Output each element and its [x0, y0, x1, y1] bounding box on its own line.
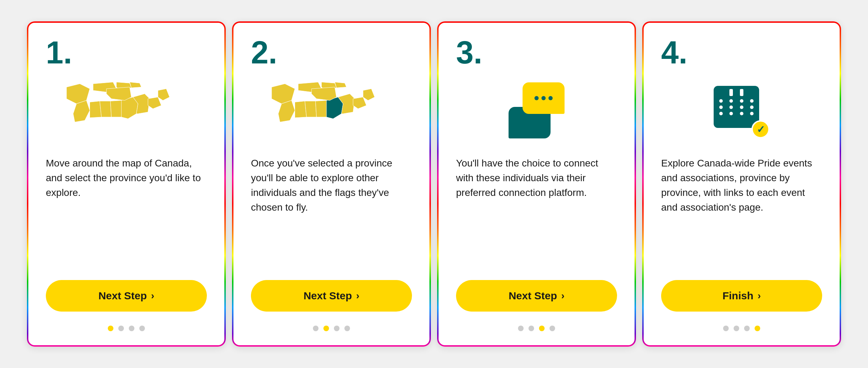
card-1: 1.: [28, 23, 224, 345]
dots-1: [108, 326, 145, 331]
card-3: 3. You'll have the choice to connect wit…: [439, 23, 635, 345]
card-number-4: 4.: [661, 37, 687, 68]
svg-marker-17: [315, 101, 328, 117]
card-image-3: [456, 75, 617, 145]
chevron-icon-2: ›: [356, 290, 359, 301]
card-wrapper-3: 3. You'll have the choice to connect wit…: [437, 21, 636, 347]
chevron-icon-1: ›: [151, 290, 154, 301]
card-image-2: [251, 75, 412, 145]
chat-dot-2: [541, 96, 546, 100]
card-number-3: 3.: [456, 37, 482, 68]
canada-map-all-icon: [60, 79, 193, 142]
svg-marker-4: [110, 101, 123, 117]
dot-2-2: [323, 326, 329, 331]
card-image-4: ✓: [661, 75, 822, 145]
dot-1-4: [139, 326, 145, 331]
card-number-2: 2.: [251, 37, 277, 68]
svg-marker-20: [353, 97, 366, 109]
card-number-1: 1.: [46, 37, 72, 68]
card-4: 4.: [644, 23, 840, 345]
calendar-header: [716, 89, 756, 96]
dots-3: [518, 326, 555, 331]
calendar-body: [714, 86, 759, 128]
svg-marker-1: [73, 101, 90, 122]
card-description-2: Once you've selected a province you'll b…: [251, 156, 412, 270]
next-step-label-3: Next Step: [509, 290, 557, 302]
calendar-icon: ✓: [714, 82, 770, 138]
cards-container: 1.: [27, 21, 841, 347]
dot-1-1: [108, 326, 113, 331]
svg-marker-15: [295, 101, 307, 118]
svg-marker-12: [106, 87, 131, 101]
dots-4: [723, 326, 760, 331]
svg-marker-25: [312, 87, 336, 101]
calendar-grid: [716, 98, 756, 116]
dot-2-3: [334, 326, 340, 331]
next-step-label-2: Next Step: [303, 290, 352, 302]
dot-4-1: [723, 326, 729, 331]
card-wrapper-1: 1.: [27, 21, 226, 347]
chat-bubble-front: [523, 82, 565, 114]
dot-3-2: [528, 326, 534, 331]
card-image-1: [46, 75, 207, 145]
next-step-button-3[interactable]: Next Step ›: [456, 280, 617, 312]
next-step-button-2[interactable]: Next Step ›: [251, 280, 412, 312]
canada-map-selected-icon: [265, 79, 398, 142]
chat-dot-1: [534, 96, 539, 100]
svg-marker-24: [335, 82, 346, 88]
svg-marker-8: [158, 89, 169, 100]
svg-marker-7: [148, 97, 161, 109]
dot-1-3: [129, 326, 134, 331]
dot-3-4: [550, 326, 555, 331]
card-description-4: Explore Canada-wide Pride events and ass…: [661, 156, 822, 270]
dot-2-4: [344, 326, 350, 331]
svg-marker-21: [363, 89, 374, 100]
svg-marker-14: [278, 101, 295, 122]
card-2: 2.: [233, 23, 429, 345]
card-wrapper-4: 4.: [642, 21, 841, 347]
dot-3-1: [518, 326, 524, 331]
finish-button-4[interactable]: Finish ›: [661, 280, 822, 312]
dot-4-2: [734, 326, 739, 331]
svg-marker-16: [305, 101, 316, 117]
cal-ring-right: [740, 89, 743, 96]
card-description-3: You'll have the choice to connect with t…: [456, 156, 617, 270]
svg-marker-11: [130, 82, 141, 88]
chevron-icon-4: ›: [758, 290, 761, 301]
dot-4-3: [744, 326, 750, 331]
calendar-check-icon: ✓: [751, 120, 770, 138]
card-wrapper-2: 2.: [232, 21, 431, 347]
dot-1-2: [118, 326, 124, 331]
dots-2: [313, 326, 350, 331]
next-step-label-1: Next Step: [98, 290, 147, 302]
svg-marker-2: [90, 101, 102, 118]
dot-2-1: [313, 326, 318, 331]
chat-icon: [509, 82, 565, 138]
card-description-1: Move around the map of Canada, and selec…: [46, 156, 207, 270]
cal-ring-left: [729, 89, 733, 96]
next-step-button-1[interactable]: Next Step ›: [46, 280, 207, 312]
chat-dot-3: [548, 96, 553, 100]
dot-3-3: [539, 326, 545, 331]
dot-4-4: [755, 326, 760, 331]
chevron-icon-3: ›: [561, 290, 565, 301]
svg-marker-3: [100, 101, 111, 117]
finish-label-4: Finish: [722, 290, 753, 302]
